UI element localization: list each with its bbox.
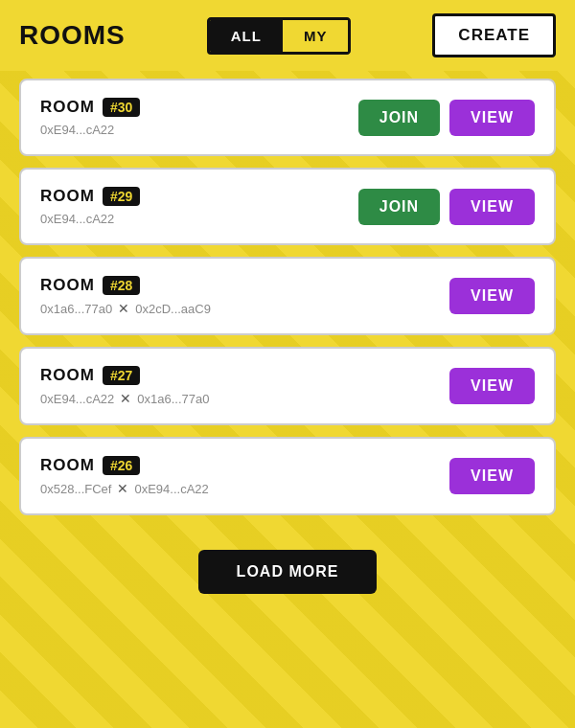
room-addr1-26: 0x528...FCef (40, 482, 111, 496)
join-button-30[interactable]: JOIN (358, 100, 440, 136)
room-address-28: 0x1a6...77a0 ✕ 0x2cD...aaC9 (40, 301, 211, 316)
room-actions-28: VIEW (449, 278, 535, 314)
room-info-29: ROOM #29 0xE94...cA22 (40, 187, 140, 226)
view-button-29[interactable]: VIEW (449, 189, 535, 225)
page-title: ROOMS (19, 20, 126, 51)
room-badge-26: #26 (103, 456, 140, 475)
room-title-row-27: ROOM #27 (40, 366, 210, 385)
room-badge-28: #28 (103, 276, 140, 295)
room-title-row-30: ROOM #30 (40, 98, 140, 117)
room-info-30: ROOM #30 0xE94...cA22 (40, 98, 140, 137)
room-addr1-28: 0x1a6...77a0 (40, 302, 112, 316)
room-actions-29: JOIN VIEW (358, 189, 535, 225)
room-title-row-28: ROOM #28 (40, 276, 211, 295)
room-label-30: ROOM (40, 98, 95, 117)
view-button-30[interactable]: VIEW (449, 100, 535, 136)
join-button-29[interactable]: JOIN (358, 189, 440, 225)
room-addr1-30: 0xE94...cA22 (40, 123, 114, 137)
room-address-29: 0xE94...cA22 (40, 212, 140, 226)
room-title-row-29: ROOM #29 (40, 187, 140, 206)
room-card-27: ROOM #27 0xE94...cA22 ✕ 0x1a6...77a0 VIE… (19, 347, 556, 425)
room-addr2-26: 0xE94...cA22 (134, 482, 208, 496)
room-card-30: ROOM #30 0xE94...cA22 JOIN VIEW (19, 79, 556, 156)
view-button-26[interactable]: VIEW (449, 458, 535, 494)
room-actions-30: JOIN VIEW (358, 100, 535, 136)
room-address-26: 0x528...FCef ✕ 0xE94...cA22 (40, 481, 209, 496)
room-addr1-27: 0xE94...cA22 (40, 392, 114, 406)
room-badge-29: #29 (103, 187, 140, 206)
tab-all[interactable]: ALL (210, 20, 283, 52)
vs-icon-26: ✕ (117, 481, 128, 496)
room-info-27: ROOM #27 0xE94...cA22 ✕ 0x1a6...77a0 (40, 366, 210, 406)
room-actions-26: VIEW (449, 458, 535, 494)
room-info-26: ROOM #26 0x528...FCef ✕ 0xE94...cA22 (40, 456, 209, 496)
vs-icon-28: ✕ (118, 301, 129, 316)
load-more-container: LOAD MORE (0, 535, 575, 623)
room-card-26: ROOM #26 0x528...FCef ✕ 0xE94...cA22 VIE… (19, 437, 556, 515)
room-addr2-28: 0x2cD...aaC9 (135, 302, 211, 316)
room-actions-27: VIEW (449, 368, 535, 404)
room-addr1-29: 0xE94...cA22 (40, 212, 114, 226)
view-button-27[interactable]: VIEW (449, 368, 535, 404)
room-title-row-26: ROOM #26 (40, 456, 209, 475)
rooms-list: ROOM #30 0xE94...cA22 JOIN VIEW ROOM #29… (0, 71, 575, 535)
room-address-30: 0xE94...cA22 (40, 123, 140, 137)
room-info-28: ROOM #28 0x1a6...77a0 ✕ 0x2cD...aaC9 (40, 276, 211, 316)
room-card-28: ROOM #28 0x1a6...77a0 ✕ 0x2cD...aaC9 VIE… (19, 257, 556, 335)
tab-my[interactable]: MY (283, 20, 349, 52)
create-button[interactable]: CREATE (432, 13, 556, 57)
room-addr2-27: 0x1a6...77a0 (137, 392, 209, 406)
room-label-26: ROOM (40, 456, 95, 475)
load-more-button[interactable]: LOAD MORE (198, 550, 378, 594)
room-address-27: 0xE94...cA22 ✕ 0x1a6...77a0 (40, 391, 210, 406)
room-badge-27: #27 (103, 366, 140, 385)
header: ROOMS ALL MY CREATE (0, 0, 575, 71)
tab-group: ALL MY (207, 17, 352, 55)
view-button-28[interactable]: VIEW (449, 278, 535, 314)
room-label-27: ROOM (40, 366, 95, 385)
vs-icon-27: ✕ (120, 391, 131, 406)
room-label-29: ROOM (40, 187, 95, 206)
room-badge-30: #30 (103, 98, 140, 117)
room-card-29: ROOM #29 0xE94...cA22 JOIN VIEW (19, 168, 556, 245)
room-label-28: ROOM (40, 276, 95, 295)
